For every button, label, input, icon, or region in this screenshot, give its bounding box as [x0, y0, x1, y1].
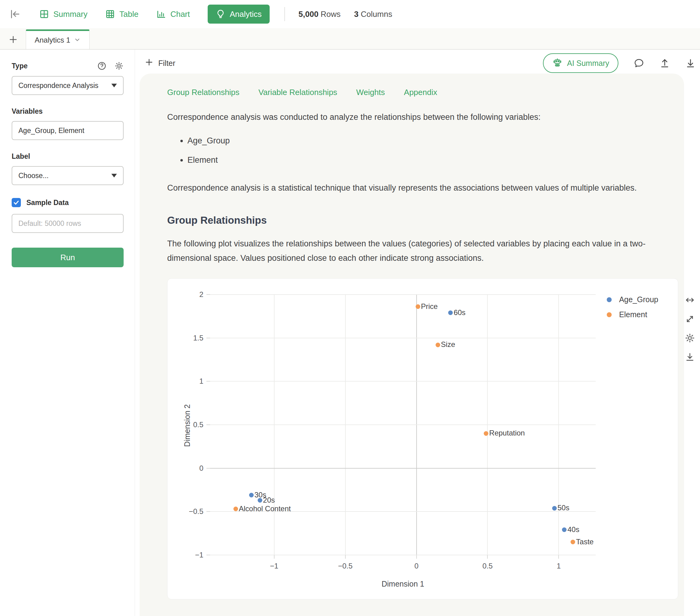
ai-summary-label: AI Summary	[567, 59, 609, 68]
point-label: Reputation	[489, 429, 525, 438]
x-tick-mark	[345, 555, 346, 559]
label-select[interactable]: Choose...	[12, 166, 124, 185]
point-label: 50s	[557, 503, 569, 512]
caret-down-icon	[111, 174, 117, 178]
chart-toolbar	[685, 295, 695, 362]
x-tick-label: −1	[256, 562, 293, 570]
intro-text: Correspondence analysis was conducted to…	[167, 110, 657, 125]
nav-summary[interactable]: Summary	[39, 9, 87, 19]
filter-label: Filter	[158, 59, 175, 68]
report-panel: Group RelationshipsVariable Relationship…	[140, 74, 684, 616]
y-tick-label: −0.5	[167, 507, 203, 516]
collapse-left-icon[interactable]	[9, 9, 20, 20]
variables-input[interactable]: Age_Group, Element	[12, 121, 124, 140]
sample-data-row[interactable]: Sample Data	[12, 198, 124, 207]
type-select-value: Correspondence Analysis	[18, 81, 99, 90]
data-point-50s[interactable]	[552, 506, 557, 511]
resize-horizontal-icon[interactable]	[685, 295, 695, 305]
y-gridline	[210, 294, 596, 295]
bullet-item: Age_Group	[187, 136, 657, 145]
add-tab-button[interactable]	[9, 35, 18, 44]
legend-item-element[interactable]: Element	[607, 310, 658, 319]
y-tick-mark	[207, 338, 210, 338]
x-tick-mark	[487, 555, 488, 559]
download-icon[interactable]	[685, 58, 696, 68]
point-label: Size	[441, 341, 455, 349]
nav-chart-label: Chart	[170, 10, 190, 19]
x-tick-mark	[274, 555, 275, 559]
x-tick-label: 0	[398, 562, 435, 570]
point-label: 30s	[254, 491, 266, 499]
data-point-60s[interactable]	[448, 310, 453, 315]
lightbulb-icon	[216, 9, 225, 19]
toolbar-divider	[284, 7, 285, 21]
ai-summary-button[interactable]: AI Summary	[543, 53, 618, 73]
y-gridline	[210, 468, 596, 469]
tab-analytics-1[interactable]: Analytics 1	[26, 29, 90, 49]
dataset-dimensions: 5,000 Rows 3 Columns	[299, 10, 392, 19]
type-select[interactable]: Correspondence Analysis	[12, 76, 124, 95]
y-tick-mark	[207, 511, 210, 512]
y-gridline	[210, 338, 596, 338]
data-point-taste[interactable]	[571, 540, 575, 544]
y-tick-mark	[207, 468, 210, 469]
y-tick-label: 2	[167, 290, 203, 299]
point-label: 40s	[567, 525, 579, 534]
data-point-price[interactable]	[416, 304, 420, 309]
columns-count: 3 Columns	[354, 10, 392, 19]
rows-count: 5,000 Rows	[299, 10, 340, 19]
top-toolbar: Summary Table Chart Analytics 5,000 Rows…	[0, 0, 700, 28]
expand-diagonal-icon[interactable]	[685, 314, 695, 324]
upload-icon[interactable]	[660, 58, 670, 68]
analytics-tab-strip: Analytics 1	[0, 28, 700, 50]
tab-analytics-1-label: Analytics 1	[35, 36, 70, 44]
gear-icon[interactable]	[114, 61, 124, 70]
help-icon[interactable]	[97, 61, 107, 70]
run-button[interactable]: Run	[12, 248, 124, 267]
x-tick-label: 0.5	[469, 562, 506, 570]
nav-table[interactable]: Table	[105, 9, 138, 19]
y-gridline	[210, 381, 596, 382]
x-tick-label: 1	[540, 562, 577, 570]
nav-table-label: Table	[119, 10, 138, 19]
y-tick-mark	[207, 424, 210, 425]
x-tick-mark	[416, 555, 417, 559]
data-point-alcohol-content[interactable]	[234, 506, 238, 511]
label-label: Label	[12, 152, 124, 161]
data-point-30s[interactable]	[249, 493, 254, 497]
chart-download-icon[interactable]	[685, 352, 695, 362]
add-filter-button[interactable]: Filter	[145, 58, 175, 68]
point-label: 60s	[454, 308, 466, 317]
variables-label: Variables	[12, 107, 124, 116]
variable-bullet-list: Age_GroupElement	[187, 136, 657, 165]
y-gridline	[210, 424, 596, 425]
sample-size-input[interactable]: Default: 50000 rows	[12, 214, 124, 233]
section-tabs: Group RelationshipsVariable Relationship…	[167, 88, 657, 97]
section-tab-weights[interactable]: Weights	[356, 88, 385, 97]
y-tick-label: −1	[167, 551, 203, 559]
comment-icon[interactable]	[634, 58, 644, 68]
nav-analytics-label: Analytics	[230, 10, 262, 19]
sample-size-placeholder: Default: 50000 rows	[18, 219, 81, 228]
y-gridline	[210, 555, 596, 555]
chart-settings-gear-icon[interactable]	[685, 333, 695, 343]
point-label: Alcohol Content	[239, 504, 290, 513]
table-icon	[105, 9, 115, 19]
plot-area: 20s30s40s50s60sPriceSizeReputationAlcoho…	[210, 295, 596, 555]
section-tab-appendix[interactable]: Appendix	[404, 88, 437, 97]
robot-icon	[552, 57, 563, 69]
y-tick-mark	[207, 381, 210, 382]
legend-item-age_group[interactable]: Age_Group	[607, 295, 658, 304]
y-tick-mark	[207, 294, 210, 295]
nav-chart[interactable]: Chart	[156, 9, 190, 19]
legend-dot	[607, 312, 612, 317]
data-point-40s[interactable]	[562, 527, 566, 532]
caret-down-icon	[111, 84, 117, 87]
x-tick-mark	[558, 555, 559, 559]
section-tab-group-relationships[interactable]: Group Relationships	[167, 88, 240, 97]
sample-data-checkbox[interactable]	[12, 198, 21, 207]
actions-row: Filter AI Summary	[135, 50, 700, 74]
data-point-size[interactable]	[436, 343, 440, 347]
nav-analytics-active[interactable]: Analytics	[208, 4, 270, 24]
section-tab-variable-relationships[interactable]: Variable Relationships	[259, 88, 337, 97]
